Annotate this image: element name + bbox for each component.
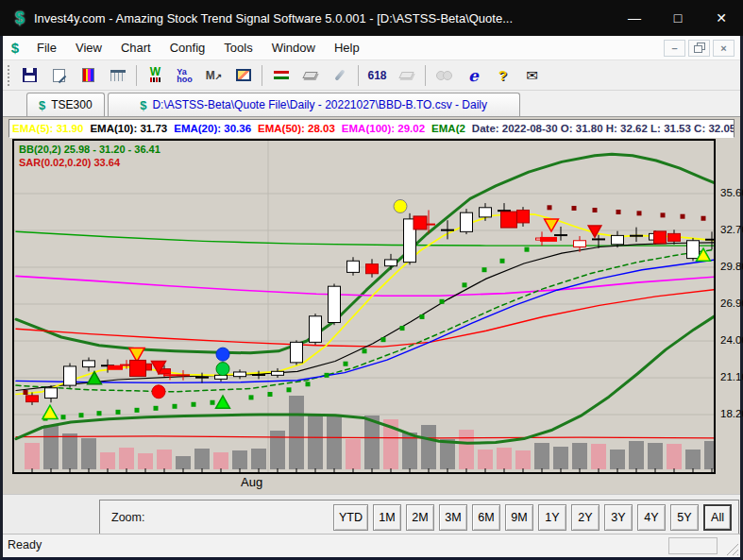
- fib-618-button[interactable]: 618: [363, 63, 392, 88]
- sar-dot-green: [268, 392, 273, 397]
- zoom-5y-button[interactable]: 5Y: [670, 504, 699, 531]
- signal-dash-marker: [540, 237, 557, 242]
- tab-bbd-b-daily[interactable]: $ D:\ASTSS-Beta\Quote File\Daily - 20221…: [108, 93, 520, 116]
- data-table-button[interactable]: [103, 63, 132, 88]
- eraser-2-button[interactable]: [392, 63, 421, 88]
- chart-canvas[interactable]: [14, 141, 714, 472]
- eraser-button[interactable]: [296, 63, 325, 88]
- sar-dot-green: [97, 411, 102, 416]
- zoom-1y-button[interactable]: 1Y: [538, 504, 566, 531]
- sar-label: SAR(0.02,0.20) 33.64: [19, 157, 120, 168]
- candle-body: [574, 241, 586, 247]
- status-bar: Ready: [3, 534, 740, 557]
- signal-square-marker: [414, 216, 427, 229]
- sar-dot-green: [135, 408, 140, 413]
- zoom-3m-button[interactable]: 3M: [439, 504, 467, 531]
- volume-bar: [459, 430, 474, 469]
- indicator-readout-bar: EMA(5): 31.90EMA(10): 31.73EMA(20): 30.3…: [8, 119, 735, 138]
- volume-bar: [572, 443, 587, 469]
- sar-dot-maroon: [637, 211, 642, 215]
- volume-bar: [232, 450, 247, 469]
- sar-dot-green: [61, 415, 66, 419]
- zoom-4y-button[interactable]: 4Y: [637, 504, 666, 531]
- colors-icon: [82, 68, 94, 82]
- yahoo-button[interactable]: Yahoo: [170, 63, 199, 88]
- chart-area: BB(20,2) 25.98 - 31.20 - 36.41 SAR(0.02,…: [3, 139, 740, 474]
- chart-tab-icon: $: [140, 98, 146, 112]
- volume-bar: [421, 425, 436, 469]
- price-tick-label: 24.00: [720, 334, 743, 346]
- zoom-9m-button[interactable]: 9M: [505, 504, 533, 531]
- menu-bar: $ FileViewChartConfigToolsWindowHelp – ×: [3, 36, 740, 60]
- price-chart-plot[interactable]: BB(20,2) 25.98 - 31.20 - 36.41 SAR(0.02,…: [12, 139, 716, 474]
- menu-chart[interactable]: Chart: [111, 36, 160, 60]
- tab-tse300[interactable]: $ TSE300: [26, 93, 105, 116]
- volume-bar: [685, 450, 701, 469]
- toolbar-grip[interactable]: [8, 65, 12, 86]
- trend-chart-button[interactable]: M: [199, 63, 228, 88]
- mdi-restore-button[interactable]: [688, 40, 710, 57]
- candle-body: [347, 261, 360, 272]
- fib-618-icon: 618: [367, 69, 386, 82]
- toolbar: WYahooM618e?✉: [3, 60, 740, 91]
- menu-items: FileViewChartConfigToolsWindowHelp: [27, 36, 369, 60]
- zoom-all-button[interactable]: All: [703, 504, 732, 531]
- save-button[interactable]: [15, 63, 44, 88]
- sar-dot-maroon: [24, 390, 28, 395]
- zoom-6m-button[interactable]: 6M: [472, 504, 500, 531]
- help-button[interactable]: ?: [488, 63, 517, 88]
- yahoo-icon: Yahoo: [177, 68, 193, 83]
- data-table-icon: [110, 70, 126, 81]
- close-button[interactable]: ✕: [700, 0, 743, 36]
- search-button[interactable]: [430, 63, 459, 88]
- sar-dot-maroon: [548, 205, 552, 210]
- trend-chart-icon: M: [206, 69, 223, 82]
- sar-dot-maroon: [572, 206, 577, 211]
- ema-200-line: [16, 231, 714, 246]
- menu-file[interactable]: File: [27, 36, 66, 60]
- minimize-button[interactable]: —: [613, 0, 656, 36]
- signal-triangle-down-marker: [129, 348, 144, 362]
- price-axis: 35.6032.7029.8026.9024.0021.1018.20: [718, 139, 743, 474]
- brush-button[interactable]: [325, 63, 354, 88]
- internet-button[interactable]: e: [459, 63, 488, 88]
- zoom-1m-button[interactable]: 1M: [373, 504, 401, 531]
- menu-view[interactable]: View: [66, 36, 111, 60]
- candle-body: [480, 208, 492, 217]
- monitor-button[interactable]: [228, 63, 258, 88]
- candle-body: [83, 361, 95, 367]
- menu-window[interactable]: Window: [262, 36, 325, 60]
- volume-bar: [25, 443, 40, 469]
- sar-dot-green: [287, 387, 292, 392]
- restore-icon: [695, 44, 703, 52]
- maximize-button[interactable]: □: [656, 0, 700, 36]
- stock-chart-button[interactable]: W: [141, 63, 170, 88]
- menu-help[interactable]: Help: [325, 36, 369, 60]
- sar-dot-maroon: [701, 216, 706, 221]
- sar-dot-green: [525, 247, 530, 252]
- volume-bar: [308, 415, 323, 469]
- menu-tools[interactable]: Tools: [214, 36, 262, 60]
- menu-config[interactable]: Config: [160, 36, 215, 60]
- zoom-2y-button[interactable]: 2Y: [571, 504, 599, 531]
- candle-body: [64, 366, 76, 385]
- mdi-minimize-button[interactable]: –: [664, 40, 685, 57]
- zoom-ytd-button[interactable]: YTD: [333, 504, 368, 531]
- mail-button[interactable]: ✉: [517, 63, 547, 88]
- resize-grip[interactable]: [725, 542, 738, 555]
- zoom-2m-button[interactable]: 2M: [406, 504, 434, 531]
- toolbar-separator: [262, 65, 262, 86]
- edit-quote-button[interactable]: [44, 63, 74, 88]
- zoom-3y-button[interactable]: 3Y: [604, 504, 633, 531]
- colors-button[interactable]: [74, 63, 103, 88]
- candle-body: [45, 388, 58, 399]
- sar-dot-green: [154, 406, 159, 411]
- candle-body: [612, 235, 624, 244]
- mdi-close-button[interactable]: ×: [713, 40, 735, 57]
- indicator-segment-0: EMA(5): 31.90: [12, 123, 83, 134]
- toolbar-separator: [358, 65, 359, 86]
- time-axis: Aug: [3, 474, 740, 494]
- save-icon: [23, 68, 37, 82]
- signal-lines-button[interactable]: [266, 63, 296, 88]
- candle-body: [461, 212, 473, 231]
